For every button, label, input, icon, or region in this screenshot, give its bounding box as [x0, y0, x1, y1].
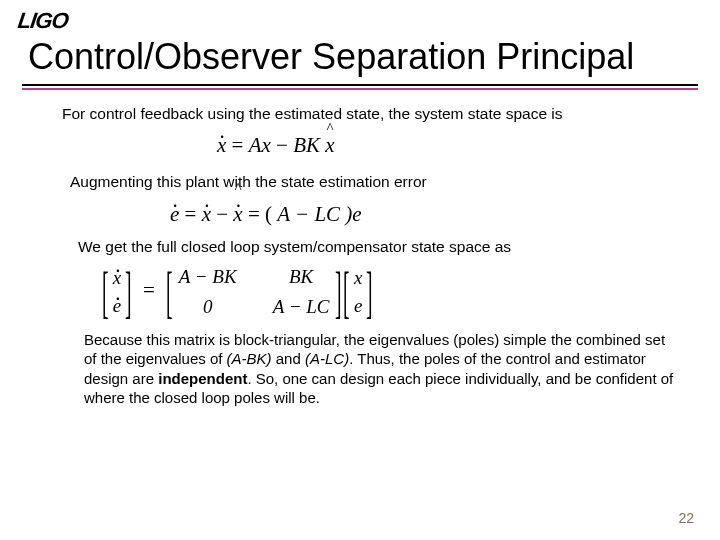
slide-title: Control/Observer Separation Principal [28, 36, 634, 78]
title-rule-magenta [22, 88, 698, 90]
title-rule-black [22, 84, 698, 86]
equation-3: [ x e ] = [ A − BK BK 0 A − LC ] [ [104, 266, 674, 318]
paragraph-1: For control feedback using the estimated… [62, 104, 674, 123]
paragraph-4: Because this matrix is block-triangular,… [84, 330, 674, 407]
ligo-logo: LIGO [18, 8, 68, 34]
paragraph-3: We get the full closed loop system/compe… [78, 237, 674, 256]
equation-1: x = Ax − BK x [217, 133, 674, 158]
page-number: 22 [678, 510, 694, 526]
slide-body: For control feedback using the estimated… [62, 104, 674, 413]
paragraph-2: Augmenting this plant with the state est… [70, 172, 674, 191]
slide: LIGO Control/Observer Separation Princip… [0, 0, 720, 540]
equation-2: e = x − x = ( A − LC )e [170, 202, 674, 227]
